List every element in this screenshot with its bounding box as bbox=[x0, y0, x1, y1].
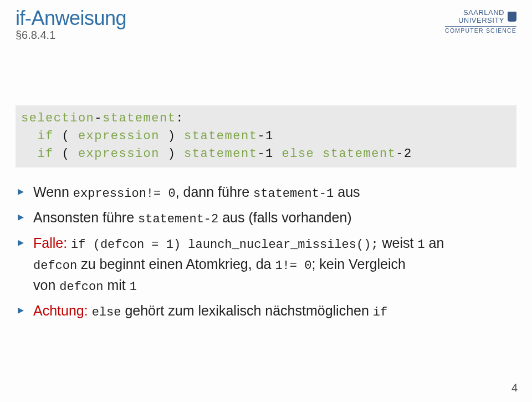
logo-text-1: SAARLAND bbox=[463, 8, 504, 17]
bullet-2: Ansonsten führe statement-2 aus (falls v… bbox=[16, 207, 516, 228]
section-ref: §6.8.4.1 bbox=[16, 29, 126, 42]
university-logo: SAARLAND UNIVERSITY COMPUTER SCIENCE bbox=[445, 7, 516, 34]
logo-text-2: UNIVERSITY bbox=[458, 16, 504, 24]
bullet-list: Wenn expression!= 0, dann führe statemen… bbox=[16, 182, 516, 322]
bullet-4: Achtung: else gehört zum lexikalisch näc… bbox=[16, 301, 516, 322]
page-number: 4 bbox=[511, 381, 518, 394]
bullet-3: Falle: if (defcon = 1) launch_nuclear_mi… bbox=[16, 233, 516, 296]
crest-icon bbox=[508, 12, 516, 22]
logo-text-3: COMPUTER SCIENCE bbox=[445, 26, 516, 34]
header-row: if-Anweisung §6.8.4.1 SAARLAND UNIVERSIT… bbox=[16, 7, 516, 42]
slide: if-Anweisung §6.8.4.1 SAARLAND UNIVERSIT… bbox=[0, 0, 532, 402]
code-block: selection-statement: if ( expression ) s… bbox=[16, 105, 516, 167]
title-block: if-Anweisung §6.8.4.1 bbox=[16, 7, 126, 42]
bullet-1: Wenn expression!= 0, dann führe statemen… bbox=[16, 182, 516, 203]
slide-title: if-Anweisung bbox=[16, 7, 126, 30]
